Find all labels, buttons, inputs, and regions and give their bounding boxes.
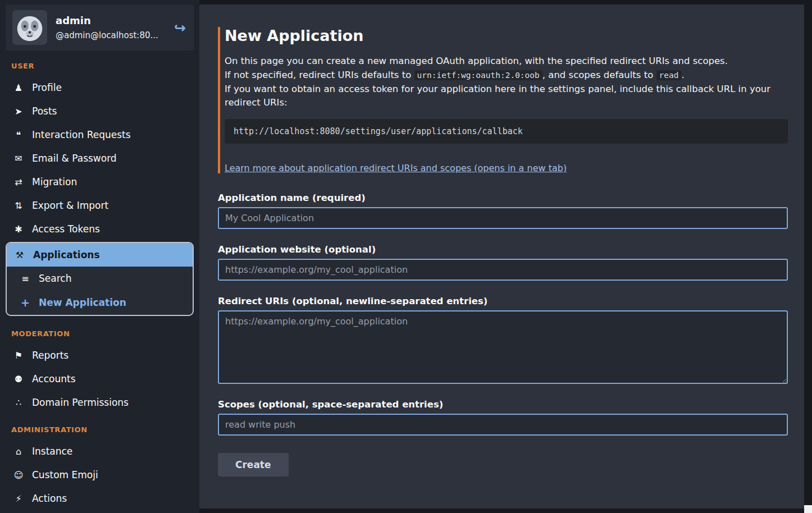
sidebar-item-label: New Application: [39, 297, 126, 308]
inline-code-read: read: [656, 70, 682, 80]
sidebar-item-label: Actions: [32, 493, 67, 504]
comment-icon: ❝: [12, 130, 25, 140]
users-icon: ⚉: [12, 374, 25, 384]
sitemap-icon: ⌂: [12, 446, 25, 457]
envelope-icon: ✉: [12, 153, 25, 164]
sidebar-item-reports[interactable]: ⚑Reports: [6, 343, 194, 367]
sidebar-item-label: Interaction Requests: [32, 129, 131, 140]
network-dots-icon: ∴: [12, 397, 25, 408]
sidebar-item-applications[interactable]: ⚒Applications: [7, 243, 193, 267]
sidebar-submenu: ≡Search+New Application: [7, 267, 193, 315]
application-website-input[interactable]: [218, 259, 788, 281]
page-title: New Application: [225, 27, 788, 44]
intro-line-2-post: .: [681, 70, 684, 80]
sidebar-item-domain-permissions[interactable]: ∴Domain Permissions: [6, 391, 194, 414]
scopes-field: Scopes (optional, space-separated entrie…: [218, 399, 788, 436]
user-icon: ♟: [12, 83, 25, 93]
create-button[interactable]: Create: [218, 453, 289, 477]
sidebar-item-label: Migration: [32, 176, 77, 187]
avatar: [12, 10, 47, 45]
application-name-field: Application name (required): [218, 193, 788, 229]
docs-block: New Application On this page you can cre…: [218, 27, 788, 173]
section-label-user: USER: [6, 51, 194, 76]
intro-line-2-mid: , and scopes defaults to: [542, 70, 656, 80]
application-website-label: Application website (optional): [218, 244, 788, 255]
app-root: admin @admin@localhost:80... ↪ USER♟Prof…: [0, 0, 812, 513]
user-name: admin: [56, 15, 158, 26]
sidebar-item-search[interactable]: ≡Search: [7, 267, 193, 290]
list-icon: ≡: [19, 273, 31, 284]
user-meta: admin @admin@localhost:80...: [56, 15, 158, 40]
sidebar-item-profile[interactable]: ♟Profile: [6, 76, 194, 99]
sidebar-item-label: Email & Password: [32, 153, 117, 164]
sidebar: admin @admin@localhost:80... ↪ USER♟Prof…: [0, 0, 199, 513]
bolt-icon: ⚡: [12, 493, 25, 504]
sidebar-item-label: Reports: [32, 350, 69, 361]
main-panel: New Application On this page you can cre…: [199, 4, 804, 509]
application-website-field: Application website (optional): [218, 244, 788, 281]
section-label-moderation: MODERATION: [6, 318, 194, 343]
scopes-label: Scopes (optional, space-separated entrie…: [218, 399, 788, 410]
sidebar-item-posts[interactable]: ➤Posts: [6, 99, 194, 123]
redirect-uris-label: Redirect URIs (optional, newline-separat…: [218, 296, 788, 306]
application-name-label: Application name (required): [218, 193, 788, 203]
intro-line-1: On this page you can create a new manage…: [225, 54, 788, 68]
redirect-uris-field: Redirect URIs (optional, newline-separat…: [218, 296, 788, 384]
sidebar-item-label: Profile: [32, 82, 62, 93]
paper-plane-icon: ➤: [12, 106, 25, 117]
sidebar-item-instance[interactable]: ⌂Instance: [6, 439, 194, 463]
callback-url-code: http://localhost:8080/settings/user/appl…: [225, 119, 788, 144]
sidebar-item-label: Export & Import: [32, 200, 108, 211]
sidebar-item-label: Custom Emoji: [32, 469, 98, 480]
sidebar-item-access-tokens[interactable]: ✱Access Tokens: [6, 217, 194, 241]
sidebar-item-label: Applications: [33, 249, 100, 260]
sidebar-item-actions[interactable]: ⚡Actions: [6, 487, 194, 510]
sidebar-item-label: Search: [39, 273, 71, 284]
intro-line-3: If you want to obtain an access token fo…: [225, 83, 788, 111]
section-label-administration: ADMINISTRATION: [6, 414, 194, 439]
smiley-icon: ☺: [12, 470, 25, 480]
flag-icon: ⚑: [12, 350, 25, 361]
sign-out-icon[interactable]: ↪: [174, 21, 186, 35]
sidebar-item-new-application[interactable]: +New Application: [7, 290, 193, 315]
application-name-input[interactable]: [218, 207, 788, 229]
export-import-icon: ⇅: [12, 200, 25, 211]
user-handle: @admin@localhost:80...: [56, 30, 158, 40]
seal-icon: ✱: [12, 224, 25, 235]
new-application-form: Application name (required) Application …: [218, 193, 788, 477]
scrollbar-corner: [804, 505, 812, 513]
learn-more-link[interactable]: Learn more about application redirect UR…: [225, 163, 567, 173]
sidebar-item-label: Accounts: [32, 373, 76, 384]
tools-icon: ⚒: [13, 250, 26, 260]
sidebar-item-accounts[interactable]: ⚉Accounts: [6, 367, 194, 391]
scopes-input[interactable]: [218, 414, 788, 436]
intro-line-2: If not specified, redirect URIs defaults…: [225, 68, 788, 83]
intro-line-2-pre: If not specified, redirect URIs defaults…: [225, 70, 414, 80]
sidebar-nav: USER♟Profile➤Posts❝Interaction Requests✉…: [6, 51, 194, 510]
sidebar-item-label: Posts: [32, 106, 57, 117]
sidebar-item-export-import[interactable]: ⇅Export & Import: [6, 194, 194, 217]
sidebar-item-interaction-requests[interactable]: ❝Interaction Requests: [6, 123, 194, 146]
exchange-arrows-icon: ⇄: [12, 177, 25, 187]
sidebar-item-label: Instance: [32, 446, 72, 457]
sidebar-item-label: Domain Permissions: [32, 397, 129, 408]
user-card: admin @admin@localhost:80... ↪: [6, 4, 194, 51]
redirect-uris-textarea[interactable]: [218, 310, 788, 384]
sidebar-item-email-password[interactable]: ✉Email & Password: [6, 146, 194, 170]
inline-code-oob: urn:ietf:wg:oauth:2.0:oob: [414, 70, 542, 80]
sidebar-group-applications: ⚒Applications≡Search+New Application: [6, 242, 194, 316]
sidebar-item-custom-emoji[interactable]: ☺Custom Emoji: [6, 463, 194, 487]
sidebar-item-label: Access Tokens: [32, 223, 100, 235]
plus-icon: +: [19, 296, 31, 309]
sidebar-item-migration[interactable]: ⇄Migration: [6, 170, 194, 194]
